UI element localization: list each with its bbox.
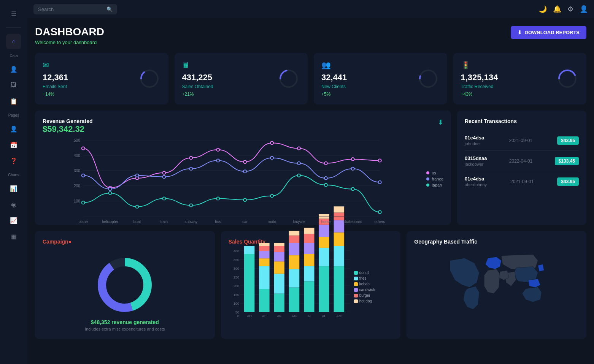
svg-point-51 — [297, 174, 300, 177]
svg-text:250: 250 — [233, 275, 239, 279]
stat-change-traffic: +43% — [461, 92, 498, 97]
svg-text:100: 100 — [74, 199, 80, 203]
svg-point-47 — [189, 204, 192, 207]
ring-clients — [417, 67, 440, 90]
campaign-revenue: $48,352 revenue generated — [91, 319, 159, 325]
chart-download-icon[interactable]: ⬇ — [438, 118, 443, 127]
sidebar-home[interactable]: ⌂ — [6, 34, 21, 49]
svg-text:moto: moto — [268, 220, 276, 224]
svg-text:AE: AE — [262, 314, 267, 318]
sidebar-user[interactable]: 👤 — [6, 62, 21, 77]
svg-rect-105 — [289, 236, 299, 243]
stat-value-traffic: 1,325,134 — [461, 73, 498, 82]
svg-text:350: 350 — [233, 258, 239, 262]
geography-card: Geography Based Traffic — [407, 231, 586, 339]
bar-legend-item-burger: burger — [354, 293, 375, 298]
svg-rect-107 — [304, 282, 314, 312]
sidebar-label-pages: Pages — [8, 113, 19, 117]
svg-text:300: 300 — [74, 169, 80, 173]
sidebar-gallery[interactable]: 🖼 — [6, 78, 21, 93]
legend-item-japan: japan — [426, 183, 443, 187]
svg-rect-94 — [259, 243, 270, 246]
svg-text:car: car — [242, 220, 248, 224]
chart-legend: usfrancejapan — [426, 171, 443, 187]
sidebar-bar-chart[interactable]: 📊 — [6, 181, 21, 196]
stat-cards: ✉ 12,361 Emails Sent +14% 🖩 431,225 Sale… — [35, 53, 586, 104]
notification-icon[interactable]: 🔔 — [553, 5, 561, 13]
svg-rect-101 — [289, 288, 299, 312]
ring-traffic — [556, 67, 579, 90]
dark-mode-icon[interactable]: 🌙 — [538, 5, 547, 13]
revenue-chart-title: Revenue Generated — [43, 118, 93, 124]
stat-name-traffic: Traffic Received — [461, 84, 498, 89]
sidebar-table-chart[interactable]: ▦ — [6, 229, 21, 244]
download-button[interactable]: ⬇ DOWNLOAD REPORTS — [511, 26, 586, 39]
settings-icon[interactable]: ⚙ — [567, 5, 573, 13]
svg-text:boat: boat — [133, 220, 141, 224]
sidebar-faq[interactable]: ❓ — [6, 153, 21, 168]
tx-date: 2021-09-01 — [510, 179, 534, 184]
svg-text:0: 0 — [237, 314, 239, 318]
svg-text:helicopter: helicopter — [102, 220, 119, 224]
svg-rect-112 — [304, 228, 314, 234]
world-map — [414, 251, 579, 319]
main-area: 🔍 🌙 🔔 ⚙ 👤 DASHBOARD Welcome to your dash… — [27, 0, 594, 364]
lower-row: Campaign● $48,352 revenue generated Incl… — [35, 231, 586, 339]
sidebar-menu[interactable]: ☰ — [6, 6, 21, 21]
stat-value-email: 12,361 — [43, 73, 68, 82]
tx-date: 2022-04-01 — [509, 158, 532, 164]
campaign-title: Campaign● — [43, 239, 207, 245]
stat-card-email: ✉ 12,361 Emails Sent +14% — [35, 53, 168, 104]
tx-info: 0315dsaa jackdower — [465, 155, 487, 166]
svg-text:bus: bus — [215, 220, 221, 224]
svg-rect-100 — [274, 243, 284, 246]
stat-card-clients: 👥 32,441 New Clients +5% — [314, 53, 447, 104]
svg-point-33 — [136, 174, 139, 177]
tx-info: 01e4dsa aberdohnny — [465, 176, 487, 187]
bar-legend-item-kebab: kebab — [354, 282, 375, 286]
svg-point-34 — [162, 175, 165, 178]
stat-icon-email: ✉ — [43, 60, 68, 70]
svg-rect-121 — [334, 233, 344, 246]
sidebar-profile[interactable]: 👤 — [6, 121, 21, 136]
svg-point-4 — [420, 70, 437, 87]
search-box[interactable]: 🔍 — [33, 4, 117, 14]
page-title: DASHBOARD — [35, 26, 104, 38]
page-header: DASHBOARD Welcome to your dashboard ⬇ DO… — [35, 26, 586, 45]
sidebar-calendar[interactable]: 📅 — [6, 137, 21, 152]
stat-card-sales: 🖩 431,225 Sales Obtained +21% — [175, 53, 308, 104]
svg-point-54 — [378, 210, 381, 214]
middle-row: Revenue Generated $59,342.32 ⬇ — [35, 111, 586, 225]
svg-point-52 — [324, 184, 327, 187]
svg-point-22 — [162, 171, 165, 174]
svg-point-39 — [297, 162, 300, 165]
svg-text:AM: AM — [336, 314, 341, 318]
svg-text:plane: plane — [78, 220, 88, 224]
svg-rect-92 — [259, 251, 270, 258]
topbar: 🔍 🌙 🔔 ⚙ 👤 — [27, 0, 594, 18]
sales-bar-chart: 400 350 300 250 200 150 100 50 0 ADAEAFA… — [229, 251, 350, 323]
svg-point-46 — [162, 197, 165, 200]
svg-rect-99 — [274, 246, 284, 252]
bar-legend-item-donut: donut — [354, 271, 375, 275]
svg-rect-97 — [274, 261, 284, 274]
svg-rect-113 — [319, 266, 329, 312]
ring-sales — [277, 67, 300, 90]
profile-icon[interactable]: 👤 — [580, 5, 588, 13]
svg-point-48 — [216, 197, 219, 200]
bar-legend-item-hot dog: hot dog — [354, 299, 375, 303]
svg-text:200: 200 — [233, 284, 239, 288]
legend-item-france: france — [426, 177, 443, 181]
stat-change-clients: +5% — [321, 92, 347, 97]
svg-text:horse: horse — [321, 220, 330, 224]
sidebar-line-chart[interactable]: 📈 — [6, 213, 21, 228]
search-input[interactable] — [38, 6, 103, 12]
transactions-title: Recent Transactions — [465, 118, 579, 124]
transactions-list: 01e4dsa johndoe 2021-09-01 $43.95 0315ds… — [465, 130, 579, 191]
sidebar-pie-chart[interactable]: ◉ — [6, 197, 21, 212]
tx-info: 01e4dsa johndoe — [465, 135, 484, 146]
svg-rect-89 — [259, 289, 270, 312]
sidebar-list[interactable]: 📋 — [6, 93, 21, 109]
legend-item-us: us — [426, 171, 443, 175]
svg-text:400: 400 — [74, 154, 80, 158]
